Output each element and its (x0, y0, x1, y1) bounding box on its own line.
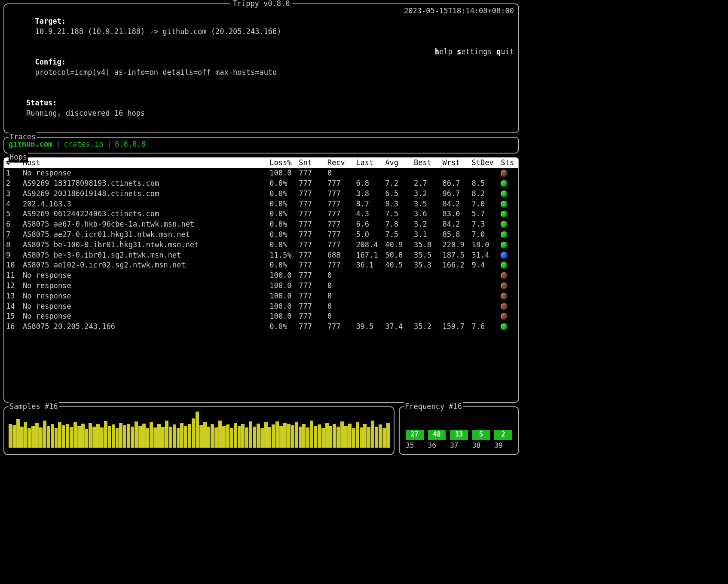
sample-bar (310, 421, 313, 448)
sample-bar (321, 428, 325, 448)
sample-bar (165, 421, 168, 448)
hops-column-header: Last (354, 158, 383, 168)
status-dot-icon (501, 191, 508, 197)
frequency-panel: Frequency #16 27481352 3536373839 (399, 406, 519, 455)
sample-bar (119, 423, 122, 448)
sample-bar (344, 426, 348, 448)
sample-bar (253, 427, 256, 448)
sample-bar (16, 419, 20, 448)
sample-bar (287, 424, 291, 448)
frequency-bar: 2 (494, 430, 512, 440)
sample-bar (24, 422, 28, 448)
sample-bar (226, 424, 229, 448)
status-dot-icon (501, 283, 508, 289)
sample-bar (257, 424, 260, 448)
sample-bar (31, 426, 35, 448)
sample-bar (329, 426, 333, 448)
status-dot-icon (501, 221, 508, 228)
status-dot-icon (501, 262, 508, 269)
sample-bar (203, 422, 207, 448)
hops-row[interactable]: 4202.4.163.30.0%7777778.78.33.584.27.0 (4, 199, 518, 209)
sample-bar (150, 422, 153, 448)
sample-bar (241, 424, 245, 448)
sample-bar (336, 427, 340, 448)
trace-tab[interactable]: crates.io (64, 139, 104, 150)
frequency-bar: 27 (406, 430, 424, 440)
hops-column-header: Best (412, 158, 441, 168)
hops-row[interactable]: 11No response100.07770 (4, 270, 518, 281)
sample-bar (157, 424, 161, 448)
status-dot-icon (501, 231, 508, 238)
sample-bar (302, 424, 306, 448)
menu: help settings quit (435, 47, 514, 57)
frequency-label: 36 (428, 441, 446, 450)
hops-row[interactable]: 16AS8075 20.205.243.1660.0%77777739.537.… (4, 322, 518, 332)
frequency-bar: 13 (450, 430, 468, 440)
sample-bar (382, 428, 386, 448)
trace-separator: | (56, 139, 60, 150)
sample-bar (62, 425, 65, 448)
hops-row[interactable]: 14No response100.07770 (4, 301, 518, 312)
sample-bar (9, 424, 12, 448)
target-value: 10.9.21.188 (10.9.21.188) -> github.com … (35, 27, 281, 36)
sample-bar (177, 428, 180, 448)
sample-bar (112, 424, 115, 448)
sample-bar (39, 427, 43, 448)
hops-row[interactable]: 15No response100.07770 (4, 311, 518, 322)
hops-row[interactable]: 8AS8075 be-100-0.ibr01.hkg31.ntwk.msn.ne… (4, 240, 518, 250)
status-dot-icon (501, 293, 508, 300)
sample-bar (238, 426, 241, 448)
frequency-bar: 5 (472, 430, 490, 440)
config-label: Config: (35, 58, 66, 66)
hops-row[interactable]: 5AS9269 061244224063.ctinets.com0.0%7777… (4, 209, 518, 219)
target-label: Target: (35, 17, 66, 25)
hops-row[interactable]: 7AS8075 ae27-0.icr01.hkg31.ntwk.msn.net0… (4, 230, 518, 240)
hops-row[interactable]: 13No response100.07770 (4, 291, 518, 301)
sample-bar (142, 424, 146, 448)
status-label: Status: (26, 98, 57, 107)
sample-bar (51, 424, 54, 448)
traces-title: Traces (9, 132, 37, 142)
sample-bar (249, 421, 252, 448)
settings-key[interactable]: s (457, 47, 461, 56)
hops-row[interactable]: 9AS8075 be-3-0.ibr01.sg2.ntwk.msn.net11.… (4, 250, 518, 261)
sample-bar (173, 424, 176, 448)
hops-panel: Hops #HostLoss%SntRecvLastAvgBestWrstStD… (3, 157, 519, 403)
sample-bar (180, 423, 184, 448)
frequency-bar: 48 (428, 430, 446, 440)
help-key[interactable]: h (435, 47, 439, 56)
hops-column-header: Snt (297, 158, 326, 168)
hops-title: Hops (9, 152, 28, 163)
sample-bar (58, 422, 61, 448)
sample-bar (104, 421, 107, 448)
sample-bar (279, 426, 283, 448)
status-dot-icon (501, 303, 508, 310)
hops-row[interactable]: 3AS9269 203186019148.ctinets.com0.0%7777… (4, 189, 518, 199)
hops-row[interactable]: 12No response100.07770 (4, 281, 518, 291)
sample-bar (352, 428, 355, 448)
sample-bar (85, 429, 89, 448)
hops-row[interactable]: 10AS8075 ae102-0.icr02.sg2.ntwk.msn.net0… (4, 260, 518, 270)
hops-row[interactable]: 6AS8075 ae67-0.hkb-96cbe-1a.ntwk.msn.net… (4, 219, 518, 230)
samples-title: Samples #16 (9, 402, 59, 412)
hops-row[interactable]: 2AS9269 183178098193.ctinets.com0.0%7777… (4, 178, 518, 189)
config-value: protocol=icmp(v4) as-info=on details=off… (35, 68, 277, 77)
sample-bar (20, 427, 24, 448)
status-dot-icon (501, 170, 508, 177)
frequency-chart: 27481352 (404, 409, 514, 440)
trace-tab[interactable]: 8.8.8.8 (115, 139, 146, 150)
sample-bar (192, 418, 195, 448)
hops-column-header: Loss% (268, 158, 297, 168)
sample-bar (264, 422, 268, 448)
hops-row[interactable]: 1No response100.07770 (4, 168, 518, 178)
sample-bar (275, 421, 279, 448)
sample-bar (77, 426, 81, 448)
timestamp: 2023-05-15T18:14:08+08:00 (404, 6, 514, 16)
sample-bar (283, 423, 287, 448)
status-dot-icon (501, 180, 508, 187)
samples-panel: Samples #16 (3, 406, 395, 455)
quit-key[interactable]: q (496, 47, 501, 56)
sample-bar (116, 428, 119, 448)
status-dot-icon (501, 272, 508, 279)
sample-bar (318, 424, 321, 448)
